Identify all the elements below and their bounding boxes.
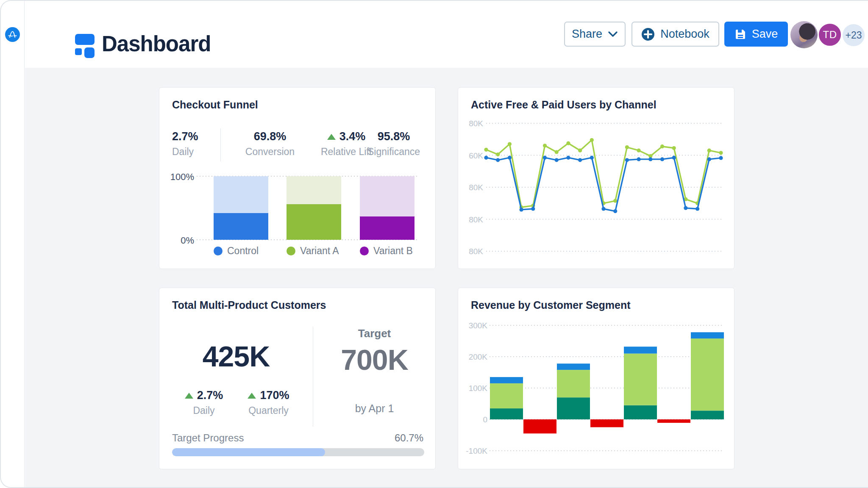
- svg-text:80K: 80K: [469, 247, 483, 256]
- notebook-button[interactable]: Notebook: [632, 22, 719, 47]
- card-checkout-funnel: Checkout Funnel 2.7% Daily 69.8% Convers…: [159, 87, 436, 269]
- left-rail: [0, 0, 25, 488]
- legend-item[interactable]: Variant B: [360, 245, 413, 257]
- legend-label: Control: [227, 245, 259, 257]
- legend-dot-icon: [287, 247, 295, 255]
- stat-conversion: 69.8% Conversion: [236, 130, 304, 158]
- dashboard-grid-icon: [75, 34, 95, 58]
- svg-text:0: 0: [483, 415, 487, 424]
- svg-text:100K: 100K: [469, 384, 488, 393]
- bar-fill: [360, 216, 415, 240]
- card-title: Checkout Funnel: [172, 99, 258, 111]
- progress-track: [172, 448, 424, 456]
- y-axis-label-top: 100%: [168, 172, 194, 183]
- chevron-down-icon: [608, 31, 618, 38]
- trend-up-icon: [185, 393, 193, 399]
- card-revenue-by-segment: Revenue by Customer Segment 300K200K100K…: [458, 288, 734, 469]
- progress-fill: [172, 448, 325, 456]
- target-due: by Apr 1: [313, 402, 436, 415]
- y-axis-label-bottom: 0%: [168, 235, 194, 246]
- amplitude-logo-icon[interactable]: [5, 27, 20, 42]
- progress-label: Target Progress: [172, 432, 244, 444]
- page-title: Dashboard: [102, 31, 211, 56]
- legend-item[interactable]: Control: [214, 245, 259, 257]
- grid-icon-square-large: [84, 47, 95, 58]
- avatar-overflow-count[interactable]: +23: [843, 24, 865, 46]
- trend-up-icon: [327, 134, 336, 140]
- save-button-label: Save: [752, 28, 778, 41]
- svg-text:-100K: -100K: [466, 446, 487, 455]
- svg-text:80K: 80K: [469, 215, 483, 224]
- legend-item[interactable]: Variant A: [287, 245, 339, 257]
- svg-text:200K: 200K: [469, 352, 488, 361]
- card-title: Total Multi-Product Customers: [172, 299, 326, 311]
- share-button[interactable]: Share: [564, 22, 626, 47]
- funnel-bar-variant-a[interactable]: [287, 176, 341, 240]
- avatar-initials[interactable]: TD: [818, 23, 842, 47]
- avatar-photo[interactable]: [790, 21, 818, 48]
- bar-fill: [287, 204, 341, 240]
- legend-dot-icon: [360, 247, 369, 255]
- target-value: 700K: [313, 343, 436, 376]
- legend-label: Variant A: [300, 245, 339, 257]
- stat-daily: 2.7% Daily: [172, 389, 236, 416]
- grid-icon-bar: [75, 34, 95, 45]
- notebook-button-label: Notebook: [660, 28, 709, 41]
- save-button[interactable]: Save: [724, 22, 788, 47]
- dashboard-canvas: Checkout Funnel 2.7% Daily 69.8% Convers…: [25, 68, 868, 488]
- svg-text:80K: 80K: [469, 183, 483, 192]
- funnel-bar-control[interactable]: [214, 176, 268, 240]
- svg-text:80K: 80K: [469, 119, 483, 128]
- legend-dot-icon: [214, 247, 223, 255]
- amplitude-glyph-icon: [8, 30, 17, 39]
- target-label: Target: [313, 327, 436, 340]
- stat-quarterly: 170% Quarterly: [236, 389, 301, 416]
- stat-daily: 2.7% Daily: [172, 130, 219, 158]
- bar-fill: [214, 213, 268, 240]
- share-button-label: Share: [572, 28, 602, 41]
- progress-value: 60.7%: [395, 432, 423, 444]
- kpi-value: 425K: [159, 340, 313, 373]
- line-chart: 80K60K80K80K80K: [458, 88, 735, 269]
- plus-circle-icon: [641, 28, 655, 41]
- card-multi-product-customers: Total Multi-Product Customers 425K Targe…: [159, 288, 436, 469]
- save-disk-icon: [734, 28, 746, 40]
- stat-significance: 95.8% Significance: [358, 130, 430, 158]
- stacked-bar-chart: 300K200K100K0-100K: [458, 288, 735, 470]
- grid-icon-square-small: [75, 48, 82, 55]
- svg-text:60K: 60K: [469, 151, 483, 160]
- svg-text:300K: 300K: [469, 321, 488, 330]
- stat-divider: [220, 128, 221, 161]
- funnel-bar-variant-b[interactable]: [360, 176, 415, 240]
- header: Dashboard Share Notebook Save TD +23: [25, 0, 868, 68]
- trend-up-icon: [248, 393, 256, 399]
- legend-label: Variant B: [373, 245, 413, 257]
- card-active-users: Active Free & Paid Users by Channel 80K6…: [458, 87, 734, 269]
